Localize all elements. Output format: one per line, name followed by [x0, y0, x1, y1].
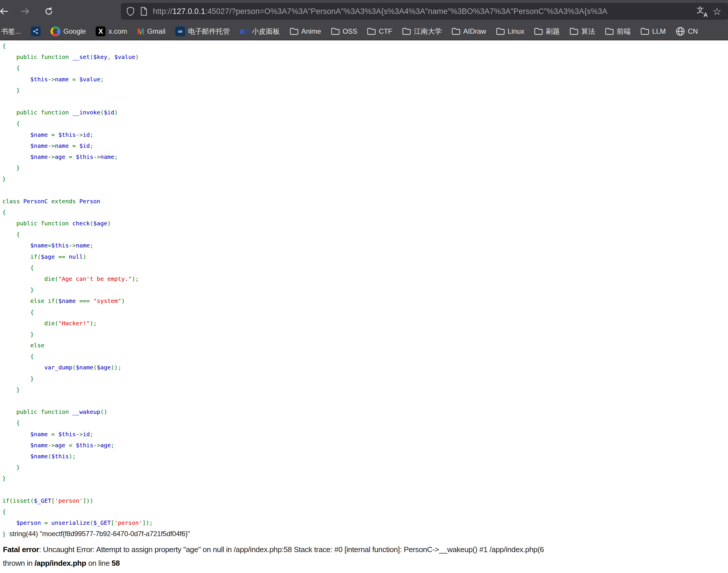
bookmark-label: Gmail [147, 27, 165, 36]
fatal-error-label: Fatal error [3, 545, 39, 554]
translate-icon[interactable]: 文A [694, 4, 710, 18]
code-line: { [2, 417, 728, 428]
code-line: else [2, 340, 728, 351]
bookmark-label: Linux [508, 27, 524, 36]
share-nodes-icon [33, 29, 39, 34]
error-file: /app/index.php [35, 559, 86, 568]
reload-button[interactable] [42, 5, 55, 18]
bookmark-label: x.com [108, 27, 127, 36]
code-line: die("Hacker!"); [2, 318, 728, 329]
bookmark-label: 算法 [581, 27, 595, 36]
bookmark-folder-江南大学[interactable]: 江南大学 [402, 27, 442, 36]
code-line: { [2, 351, 728, 362]
code-line: $name->age = $this->name; [2, 151, 728, 162]
code-line: $name=$this->name; [2, 240, 728, 251]
fatal-error-line: Fatal error: Uncaught Error: Attempt to … [0, 543, 728, 557]
bookmark-folder-前端[interactable]: 前端 [605, 27, 631, 36]
bookmark-x.com[interactable]: Xx.com [96, 27, 127, 36]
gmail-logo-icon: M [137, 27, 144, 36]
code-line: { [2, 229, 728, 240]
code-line [2, 484, 728, 495]
code-line: $name->name = $id; [2, 140, 728, 151]
folder-icon [290, 28, 298, 35]
bookmark-folder-CTF[interactable]: CTF [367, 27, 392, 36]
bookmark-folder-OSS[interactable]: OSS [331, 27, 357, 36]
folder-icon [331, 28, 340, 35]
code-line: } [2, 329, 728, 340]
code-line: else if($name === "system") [2, 295, 728, 306]
bookmark-folder-Linux[interactable]: Linux [496, 27, 524, 36]
bookmark-Gmail[interactable]: MGmail [137, 27, 165, 36]
bookmark-share-nodes-icon[interactable] [31, 27, 41, 36]
code-line: $name($this); [2, 451, 728, 462]
code-line: } [2, 85, 728, 96]
bookmark-folder-算法[interactable]: 算法 [570, 27, 595, 36]
xiaopi-logo-icon: xo [240, 27, 249, 36]
code-line: die("Age can't be empty."); [2, 273, 728, 284]
code-line: } [2, 384, 728, 395]
code-line: public function __wakeup() [2, 406, 728, 417]
code-line: { [2, 118, 728, 129]
bookmark-小皮面板[interactable]: xo小皮面板 [240, 27, 280, 36]
forward-arrow-icon [20, 6, 30, 16]
folder-icon [640, 28, 649, 35]
forward-button[interactable] [18, 5, 32, 18]
code-line: var_dump($name($age)); [2, 362, 728, 373]
code-line: { [2, 62, 728, 73]
code-line: } [2, 373, 728, 384]
url-scheme: http:// [153, 7, 173, 16]
code-line: $name->age = $this->age; [2, 440, 728, 451]
bookmark-label: CTF [379, 27, 392, 36]
back-button[interactable] [0, 5, 10, 18]
bookmark-label: AIDraw [463, 27, 486, 36]
thrown-line: thrown in /app/index.php on line 58 [0, 557, 728, 570]
code-line: if(isset($_GET['person'])) [2, 495, 728, 506]
code-line: } string(44) "moectf{f8d99577-7b92-6470-… [2, 528, 728, 539]
reload-icon [44, 6, 54, 16]
bookmark-CN[interactable]: CN [676, 27, 698, 36]
tracking-protection-shield-icon[interactable] [126, 6, 135, 16]
code-line [2, 395, 728, 406]
back-arrow-icon [0, 6, 9, 16]
code-line: $name = $this->id; [2, 129, 728, 140]
bookmark-label: Anime [301, 27, 321, 36]
globe-icon [676, 27, 685, 36]
folder-icon [496, 28, 505, 35]
code-line: { [2, 506, 728, 517]
bookmark-label: 前端 [617, 27, 631, 36]
url-bar[interactable]: http://127.0.0.1:45027/?person=O%3A7%3A"… [121, 3, 728, 20]
folder-icon [402, 28, 411, 35]
code-line: $name = $this->id; [2, 429, 728, 440]
page-document-icon[interactable] [140, 7, 148, 16]
bookmark-label: 电子邮件托管 [188, 27, 230, 36]
x-logo-icon: X [96, 27, 105, 36]
code-line: $this->name = $value; [2, 74, 728, 85]
code-line: } [2, 473, 728, 484]
php-source-code: { public function __set($key, $value) { … [0, 40, 728, 539]
folder-icon [534, 28, 543, 35]
code-line: { [2, 207, 728, 218]
url-text[interactable]: http://127.0.0.1:45027/?person=O%3A7%3A"… [153, 7, 694, 16]
code-line: $person = unserialize($_GET['person']); [2, 517, 728, 528]
bookmark-folder-Anime[interactable]: Anime [290, 27, 321, 36]
browser-chrome: http://127.0.0.1:45027/?person=O%3A7%3A"… [0, 0, 728, 40]
error-line-number: 58 [111, 559, 120, 568]
code-line: { [2, 40, 728, 51]
bookmark-Google[interactable]: Google [51, 27, 86, 36]
bookmark-label: CN [688, 27, 698, 36]
bookmark-folder-刷题[interactable]: 刷题 [534, 27, 560, 36]
link-icon: ∞ [175, 27, 185, 36]
bookmark-label: Google [63, 27, 86, 36]
bookmark-label: 刷题 [546, 27, 560, 36]
google-logo-icon [51, 27, 60, 36]
code-line: } [2, 462, 728, 473]
bookmark-star-icon[interactable]: ☆ [710, 4, 725, 18]
bookmark-电子邮件托管[interactable]: ∞电子邮件托管 [175, 27, 230, 36]
code-line: class PersonC extends Person [2, 196, 728, 207]
folder-icon [367, 28, 376, 35]
code-line: public function check($age) [2, 218, 728, 229]
bookmark-label: 江南大学 [414, 27, 442, 36]
bookmark-folder-LLM[interactable]: LLM [640, 27, 666, 36]
bookmark-folder-AIDraw[interactable]: AIDraw [452, 27, 486, 36]
bookmark-书签...[interactable]: 书签... [1, 27, 21, 36]
